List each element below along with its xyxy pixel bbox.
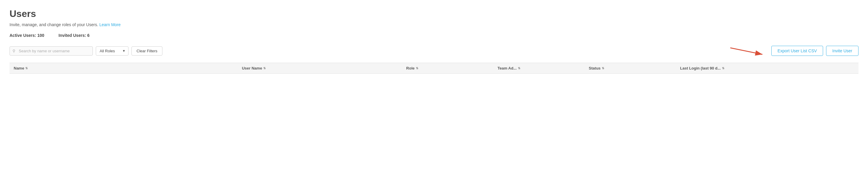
table-header: Name ⇅ User Name ⇅ Role ⇅ Team Ad... ⇅ S… bbox=[9, 63, 859, 74]
sort-icon-name[interactable]: ⇅ bbox=[25, 67, 28, 70]
clear-filters-button[interactable]: Clear Filters bbox=[131, 46, 162, 56]
toolbar: ⚲ All Roles ▼ Clear Filters bbox=[9, 45, 859, 57]
col-team-admin: Team Ad... ⇅ bbox=[493, 63, 585, 73]
search-input[interactable] bbox=[9, 46, 93, 56]
action-buttons: Export User List CSV Invite User bbox=[771, 46, 859, 56]
search-icon: ⚲ bbox=[12, 49, 16, 53]
invite-user-button[interactable]: Invite User bbox=[826, 46, 859, 56]
svg-line-1 bbox=[730, 48, 763, 54]
roles-select-wrapper: All Roles ▼ bbox=[96, 46, 128, 56]
col-last-login: Last Login (last 90 d... ⇅ bbox=[676, 63, 859, 73]
col-role: Role ⇅ bbox=[402, 63, 494, 73]
arrow-pointing-icon bbox=[730, 45, 766, 57]
invited-users-stat: Invited Users: 6 bbox=[59, 33, 90, 38]
active-users-stat: Active Users: 100 bbox=[9, 33, 44, 38]
sort-icon-status[interactable]: ⇅ bbox=[602, 67, 604, 70]
sort-icon-last-login[interactable]: ⇅ bbox=[722, 67, 724, 70]
arrow-annotation bbox=[730, 45, 766, 57]
page-subtitle: Invite, manage, and change roles of your… bbox=[9, 22, 859, 27]
col-status: Status ⇅ bbox=[585, 63, 676, 73]
sort-icon-username[interactable]: ⇅ bbox=[263, 67, 266, 70]
page-title: Users bbox=[9, 8, 859, 19]
sort-icon-team-admin[interactable]: ⇅ bbox=[518, 67, 520, 70]
user-stats-row: Active Users: 100 Invited Users: 6 bbox=[9, 33, 859, 38]
col-username: User Name ⇅ bbox=[238, 63, 402, 73]
sort-icon-role[interactable]: ⇅ bbox=[416, 67, 418, 70]
export-csv-button[interactable]: Export User List CSV bbox=[771, 46, 823, 56]
search-wrapper: ⚲ bbox=[9, 46, 93, 56]
learn-more-link[interactable]: Learn More bbox=[99, 22, 121, 27]
roles-select[interactable]: All Roles bbox=[96, 46, 128, 56]
page-container: Users Invite, manage, and change roles o… bbox=[0, 0, 868, 74]
col-name: Name ⇅ bbox=[9, 63, 238, 73]
